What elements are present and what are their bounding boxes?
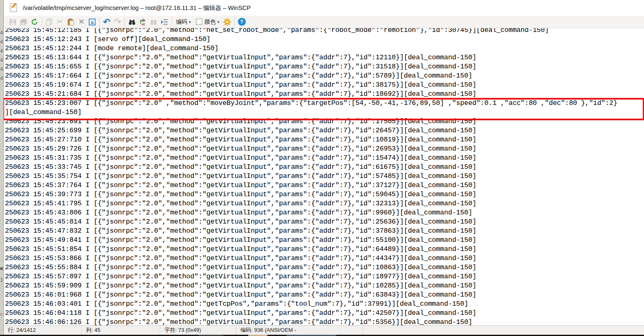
log-line: 250623 15:45:47:832 I [{"jsonrpc":"2.0",… xyxy=(5,226,644,236)
editor-app-icon xyxy=(9,3,18,13)
log-line: 250623 15:45:53:866 I [{"jsonrpc":"2.0",… xyxy=(5,254,644,263)
log-line: 250623 15:45:33:745 I [{"jsonrpc":"2.0",… xyxy=(5,163,644,172)
copy-icon[interactable] xyxy=(44,17,54,27)
background-fragment: 46 xyxy=(0,57,4,63)
log-content: 250623 15:45:12:185 I [{"jsonrpc":"2.0",… xyxy=(4,28,644,325)
background-fragment: 46 xyxy=(0,39,4,45)
log-line: 250623 15:45:12:244 I [mode remote][deal… xyxy=(5,44,644,53)
log-line: 250623 15:45:19:674 I [{"jsonrpc":"2.0",… xyxy=(5,80,644,90)
help-icon[interactable]: ? xyxy=(236,17,247,27)
log-line: 250623 15:45:49:841 I [{"jsonrpc":"2.0",… xyxy=(5,236,644,245)
go-to-line-icon[interactable] xyxy=(159,17,170,27)
background-fragment: 46 xyxy=(0,66,4,72)
editor-area[interactable]: 250623 15:45:12:185 I [{"jsonrpc":"2.0",… xyxy=(4,28,644,325)
toolbar-separator xyxy=(171,17,172,27)
encoding-dropdown[interactable]: 编码 ▾ xyxy=(174,17,193,27)
save-as-icon[interactable] xyxy=(18,17,29,27)
select-all-icon[interactable]: a xyxy=(87,17,98,27)
encoding-dropdown-label: 编码 xyxy=(176,18,187,26)
statusbar: 行: 24/1412 列: 45 字符: 73 (0x49) 编码: 936 (… xyxy=(4,325,644,335)
chevron-down-icon: ▾ xyxy=(189,20,191,24)
log-line: 250623 15:45:41:795 I [{"jsonrpc":"2.0",… xyxy=(5,199,644,208)
log-line: 250623 15:46:03:401 I [{"jsonrpc":"2.0",… xyxy=(5,299,644,309)
window-title: /var/volatile/tmp/mcserver_log/mcserver.… xyxy=(23,4,251,12)
undo-icon[interactable]: ↶ xyxy=(101,17,112,27)
background-fragment: 1 xyxy=(0,277,4,283)
background-fragment: cs xyxy=(0,312,4,317)
log-line: 250623 15:45:35:754 I [{"jsonrpc":"2.0",… xyxy=(5,172,644,181)
svg-text:ac: ac xyxy=(142,22,146,25)
toolbar-separator xyxy=(99,17,100,27)
log-line: 250623 15:45:12:243 I [servo off][deal_c… xyxy=(5,35,644,44)
log-line: 250623 15:45:27:710 I [{"jsonrpc":"2.0",… xyxy=(5,135,644,144)
log-line-movebyjoint: 250623 15:45:23:007 I [{"jsonrpc":"2.0" … xyxy=(5,99,644,108)
chevron-down-icon: ▾ xyxy=(218,20,220,24)
replace-icon[interactable]: abac xyxy=(137,17,148,27)
statusbar-empty xyxy=(363,326,644,335)
log-line: 250623 15:45:55:884 I [{"jsonrpc":"2.0",… xyxy=(5,263,644,272)
log-line-movebyjoint-wrap: ][deal_command-150] xyxy=(5,108,644,117)
background-fragment: ec xyxy=(0,265,4,271)
log-line: 250623 15:45:37:764 I [{"jsonrpc":"2.0",… xyxy=(5,181,644,190)
background-fragment: 46 xyxy=(0,48,4,54)
log-line: 250623 15:45:57:897 I [{"jsonrpc":"2.0",… xyxy=(5,272,644,281)
log-line: 250623 15:45:43:806 I [{"jsonrpc":"2.0",… xyxy=(5,208,644,217)
color-dropdown[interactable]: 颜色 ▾ xyxy=(202,17,222,27)
winscp-editor-window: /var/volatile/tmp/mcserver_log/mcserver.… xyxy=(4,0,644,335)
statusbar-character-indicator: 字符: 73 (0x49) xyxy=(160,326,236,335)
preferences-gear-icon[interactable] xyxy=(222,17,233,27)
paste-icon[interactable] xyxy=(65,17,76,27)
toolbar-separator xyxy=(42,17,42,27)
statusbar-encoding-indicator: 编码: 936 (ANSI/OEM - xyxy=(236,326,363,335)
log-line: 250623 15:45:21:684 I [{"jsonrpc":"2.0",… xyxy=(5,90,644,99)
toolbar-separator xyxy=(234,17,235,27)
redo-icon[interactable]: ↷ xyxy=(112,17,123,27)
statusbar-column-indicator: 列: 45 xyxy=(82,326,160,335)
toolbar: ✂ ✕ a ↶ ↷ abac 编码 ▾ 颜色 ▾ xyxy=(4,16,644,28)
log-line: 250623 15:45:45:814 I [{"jsonrpc":"2.0",… xyxy=(5,217,644,226)
cut-icon[interactable]: ✂ xyxy=(54,17,65,27)
log-line: 250623 15:45:31:735 I [{"jsonrpc":"2.0",… xyxy=(5,153,644,163)
log-line: 250623 15:45:25:699 I [{"jsonrpc":"2.0",… xyxy=(5,126,644,135)
log-line: 250623 15:45:23:691 I [{"jsonrpc":"2.0",… xyxy=(5,117,644,126)
log-line: 250623 15:45:17:664 I [{"jsonrpc":"2.0",… xyxy=(5,71,644,80)
color-dropdown-label: 颜色 xyxy=(205,18,216,26)
log-line: 250623 15:45:39:773 I [{"jsonrpc":"2.0",… xyxy=(5,190,644,199)
highlighted-log-entry: 250623 15:45:23:007 I [{"jsonrpc":"2.0" … xyxy=(5,99,644,117)
background-window-sliver: 46 46 46 46 46 46 ec 1 cs xyxy=(0,0,4,335)
find-next-icon[interactable] xyxy=(148,17,159,27)
color-swatch xyxy=(196,19,202,25)
titlebar[interactable]: /var/volatile/tmp/mcserver_log/mcserver.… xyxy=(4,0,644,16)
toolbar-separator xyxy=(125,17,125,27)
find-icon[interactable] xyxy=(127,17,137,27)
log-line: 250623 15:45:59:909 I [{"jsonrpc":"2.0",… xyxy=(5,281,644,290)
background-fragment: 46 xyxy=(0,30,4,36)
statusbar-line-indicator: 行: 24/1412 xyxy=(4,326,82,335)
reload-icon[interactable] xyxy=(29,17,40,27)
log-line: 250623 15:45:13:644 I [{"jsonrpc":"2.0",… xyxy=(5,53,644,62)
svg-text:a: a xyxy=(91,19,94,25)
log-line: 250623 15:46:04:118 I [{"jsonrpc":"2.0",… xyxy=(5,309,644,318)
background-fragment: 46 xyxy=(0,75,4,81)
delete-icon[interactable]: ✕ xyxy=(76,17,87,27)
log-line: 250623 15:45:12:185 I [{"jsonrpc":"2.0",… xyxy=(5,28,644,35)
log-line: 250623 15:45:29:726 I [{"jsonrpc":"2.0",… xyxy=(5,144,644,153)
save-icon[interactable] xyxy=(7,17,18,27)
log-line: 250623 15:45:51:854 I [{"jsonrpc":"2.0",… xyxy=(5,245,644,254)
log-line: 250623 15:46:01:968 I [{"jsonrpc":"2.0",… xyxy=(5,290,644,299)
log-line: 250623 15:46:06:126 I [{"jsonrpc":"2.0",… xyxy=(5,318,644,325)
log-line: 250623 15:45:15:655 I [{"jsonrpc":"2.0",… xyxy=(5,62,644,71)
